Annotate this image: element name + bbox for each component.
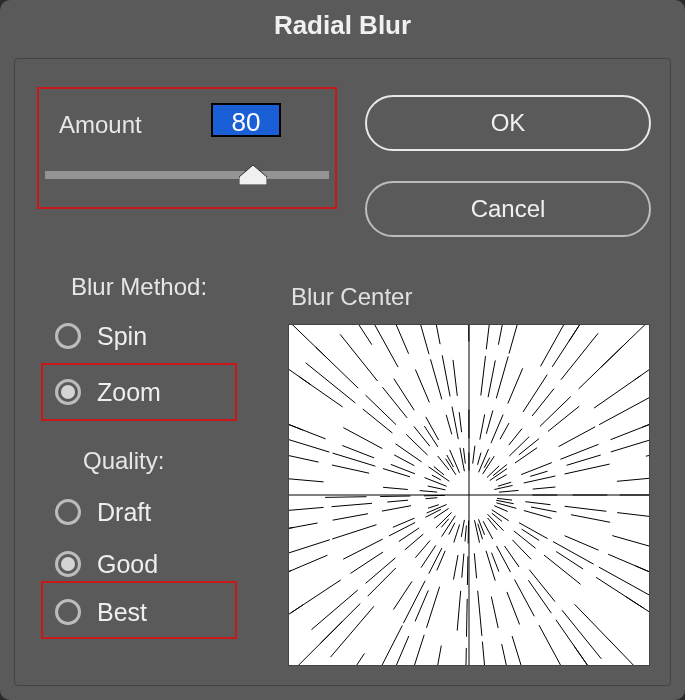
svg-line-70 [461, 520, 464, 537]
svg-line-123 [380, 496, 410, 497]
svg-line-156 [414, 426, 430, 446]
svg-line-105 [389, 523, 415, 536]
svg-line-229 [498, 482, 511, 486]
svg-line-59 [474, 553, 476, 578]
svg-line-118 [426, 498, 438, 499]
amount-slider-thumb[interactable] [239, 165, 267, 185]
svg-line-74 [454, 524, 460, 542]
radio-label-draft: Draft [97, 498, 151, 527]
svg-line-231 [567, 455, 601, 465]
radio-label-spin: Spin [97, 322, 147, 351]
svg-line-27 [556, 552, 583, 570]
svg-line-174 [452, 407, 458, 440]
radial-blur-dialog: Radial Blur Amount 80 OK Cancel Blur Met… [0, 0, 685, 700]
svg-line-185 [473, 446, 475, 464]
svg-line-157 [383, 387, 408, 418]
svg-line-24 [599, 567, 649, 596]
svg-line-57 [502, 644, 514, 665]
svg-line-91 [331, 606, 374, 657]
svg-line-149 [363, 409, 393, 433]
svg-line-12 [531, 507, 557, 512]
svg-line-200 [484, 458, 490, 468]
svg-line-124 [325, 497, 366, 498]
radio-spin[interactable]: Spin [55, 313, 147, 359]
svg-line-234 [524, 476, 556, 483]
svg-line-61 [482, 642, 488, 665]
svg-line-126 [420, 491, 438, 493]
radio-best[interactable]: Best [55, 589, 147, 635]
svg-line-224 [599, 394, 649, 425]
svg-line-47 [539, 625, 567, 665]
svg-line-44 [483, 521, 493, 539]
svg-line-206 [569, 325, 611, 341]
svg-line-114 [382, 506, 411, 511]
svg-line-72 [430, 646, 441, 665]
svg-line-128 [289, 477, 324, 482]
svg-line-143 [343, 428, 382, 449]
ok-button[interactable]: OK [365, 95, 651, 151]
svg-line-211 [509, 437, 529, 456]
svg-line-29 [626, 597, 649, 637]
svg-line-150 [306, 363, 356, 403]
svg-line-99 [434, 509, 449, 519]
svg-line-50 [507, 592, 520, 625]
cancel-button[interactable]: Cancel [365, 181, 651, 237]
svg-line-41 [528, 580, 551, 613]
amount-slider-track[interactable] [45, 171, 329, 179]
svg-line-93 [368, 568, 396, 596]
svg-line-216 [519, 439, 539, 455]
blur-method-label: Blur Method: [71, 273, 207, 301]
amount-input[interactable]: 80 [211, 103, 281, 137]
svg-line-101 [351, 552, 384, 573]
svg-line-151 [406, 434, 427, 455]
radio-zoom[interactable]: Zoom [55, 369, 161, 415]
svg-line-189 [488, 360, 495, 397]
svg-line-204 [523, 375, 547, 412]
svg-line-160 [424, 426, 438, 447]
svg-line-227 [611, 420, 650, 440]
svg-line-170 [446, 415, 452, 434]
svg-line-233 [494, 485, 512, 489]
svg-line-237 [499, 490, 519, 492]
svg-line-186 [481, 356, 486, 395]
svg-line-172 [411, 325, 429, 354]
svg-line-84 [373, 626, 403, 666]
svg-line-67 [465, 526, 466, 542]
svg-line-68 [462, 554, 464, 578]
svg-line-164 [426, 417, 439, 440]
svg-line-17 [612, 536, 649, 552]
blur-center-preview[interactable] [289, 325, 649, 665]
svg-line-196 [479, 449, 489, 472]
svg-line-188 [480, 414, 485, 439]
svg-line-131 [289, 449, 319, 462]
svg-line-77 [437, 551, 445, 571]
svg-line-141 [432, 475, 441, 480]
svg-line-236 [646, 439, 649, 456]
svg-line-205 [552, 325, 583, 367]
svg-line-53 [486, 551, 495, 581]
svg-line-83 [403, 581, 425, 623]
svg-line-176 [430, 325, 440, 344]
svg-line-42 [556, 620, 591, 665]
svg-line-20 [608, 554, 649, 579]
svg-line-96 [405, 534, 424, 550]
dialog-body: Amount 80 OK Cancel Blur Method: Spin Zo… [14, 58, 671, 686]
radio-icon [55, 379, 81, 405]
svg-line-43 [574, 646, 618, 665]
radio-draft[interactable]: Draft [55, 489, 151, 535]
svg-line-18 [494, 506, 508, 512]
svg-line-64 [467, 599, 468, 637]
svg-line-225 [521, 463, 552, 475]
svg-line-194 [496, 356, 508, 398]
svg-line-154 [289, 325, 326, 357]
svg-line-217 [548, 406, 579, 431]
svg-line-235 [565, 464, 610, 474]
svg-line-220 [594, 376, 641, 408]
svg-line-95 [289, 622, 342, 665]
svg-line-136 [425, 478, 447, 487]
svg-line-145 [396, 444, 422, 462]
svg-line-120 [332, 503, 373, 506]
svg-line-98 [312, 590, 358, 630]
svg-line-19 [565, 536, 599, 551]
amount-label: Amount [59, 111, 142, 139]
